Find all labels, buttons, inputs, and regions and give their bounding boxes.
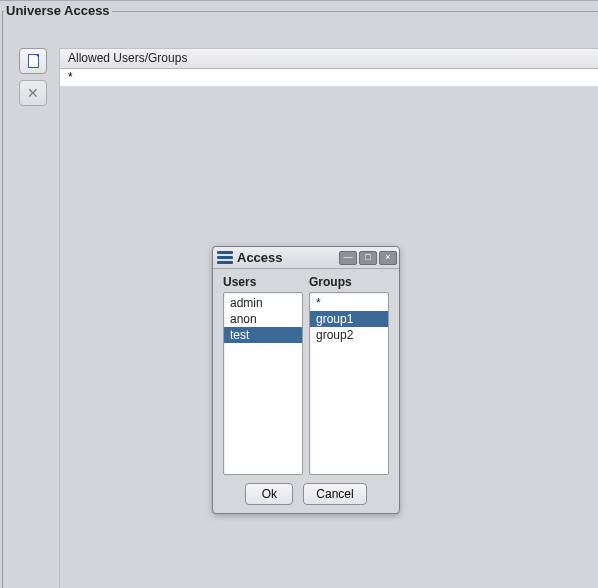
minimize-button[interactable]: — bbox=[339, 251, 357, 265]
groups-column: Groups *group1group2 bbox=[309, 275, 389, 475]
dialog-titlebar[interactable]: Access — □ × bbox=[213, 247, 399, 269]
delete-icon: ✕ bbox=[27, 86, 39, 100]
new-entry-button[interactable] bbox=[19, 48, 47, 74]
toolbar: ✕ bbox=[19, 48, 49, 112]
cancel-button[interactable]: Cancel bbox=[303, 483, 366, 505]
list-row[interactable]: * bbox=[60, 69, 598, 87]
allowed-list-header[interactable]: Allowed Users/Groups bbox=[60, 49, 598, 69]
list-item[interactable]: test bbox=[224, 327, 302, 343]
dialog-footer: Ok Cancel bbox=[213, 475, 399, 513]
list-item[interactable]: anon bbox=[224, 311, 302, 327]
delete-entry-button[interactable]: ✕ bbox=[19, 80, 47, 106]
users-column: Users adminanontest bbox=[223, 275, 303, 475]
app-icon bbox=[217, 251, 233, 265]
groups-label: Groups bbox=[309, 275, 389, 289]
users-label: Users bbox=[223, 275, 303, 289]
groups-listbox[interactable]: *group1group2 bbox=[309, 292, 389, 475]
close-button[interactable]: × bbox=[379, 251, 397, 265]
close-icon: × bbox=[385, 253, 390, 262]
users-listbox[interactable]: adminanontest bbox=[223, 292, 303, 475]
dialog-body: Users adminanontest Groups *group1group2 bbox=[213, 269, 399, 475]
maximize-button[interactable]: □ bbox=[359, 251, 377, 265]
list-item[interactable]: group2 bbox=[310, 327, 388, 343]
panel-title: Universe Access bbox=[4, 3, 112, 18]
ok-button[interactable]: Ok bbox=[245, 483, 293, 505]
list-item[interactable]: * bbox=[310, 295, 388, 311]
list-item[interactable]: group1 bbox=[310, 311, 388, 327]
maximize-icon: □ bbox=[365, 253, 370, 262]
access-dialog: Access — □ × Users adminanontest Groups … bbox=[212, 246, 400, 514]
dialog-title: Access bbox=[237, 250, 337, 265]
minimize-icon: — bbox=[344, 253, 353, 262]
list-item[interactable]: admin bbox=[224, 295, 302, 311]
document-icon bbox=[28, 54, 39, 68]
